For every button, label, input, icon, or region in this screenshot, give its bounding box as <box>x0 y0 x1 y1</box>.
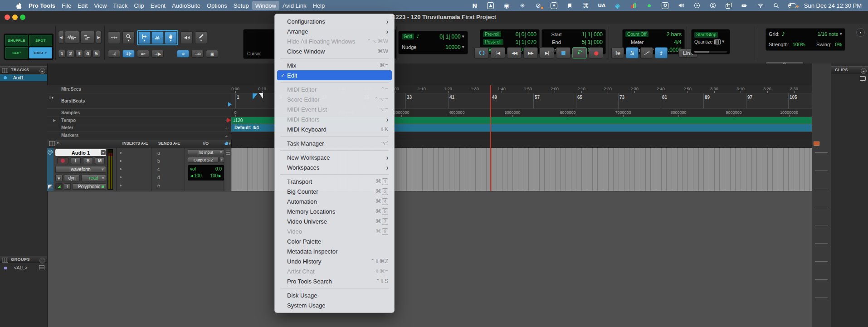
grid-value-chip[interactable]: Grid <box>402 34 414 39</box>
battery-icon[interactable] <box>741 2 749 9</box>
tempo-meter[interactable]: Meter4/4 <box>623 38 684 46</box>
pencil-tool[interactable]: ▼ <box>195 31 207 44</box>
edit-mode-grid[interactable]: GRID▼ <box>29 47 52 59</box>
person-circle-icon[interactable] <box>709 2 717 9</box>
swing-value[interactable]: 0% <box>835 42 842 47</box>
inserts-column-header[interactable]: INSERTS A-E <box>117 141 153 146</box>
spray-icon[interactable]: ✳ <box>518 2 527 9</box>
tab-to-transient-toggle[interactable]: →| <box>108 50 120 58</box>
ruler-meter-label[interactable]: Meter <box>61 125 73 130</box>
fan-icon[interactable]: ◉ <box>502 2 511 9</box>
menu-item-mix[interactable]: Mix⌘= <box>277 60 392 70</box>
green-dot-icon[interactable]: ● <box>645 2 653 9</box>
tempo-ramp-button[interactable] <box>640 47 653 59</box>
menubar-item-file[interactable]: File <box>59 0 74 11</box>
menubar-clock[interactable]: Sun Dec 24 12:30 PM <box>804 2 862 9</box>
conductor-button[interactable] <box>655 47 668 59</box>
strength-value[interactable]: 100% <box>793 42 805 47</box>
add-marker-button[interactable]: + <box>225 133 228 139</box>
tempo-marker-triangle[interactable] <box>227 118 231 122</box>
vol-value[interactable]: 0.0 <box>215 166 222 171</box>
insert-slot[interactable] <box>120 176 122 178</box>
scroll-marker[interactable] <box>814 142 819 146</box>
edit-mode-spot[interactable]: SPOT <box>29 35 52 46</box>
menu-item-midi-keyboard[interactable]: MIDI Keyboard⇧K <box>277 124 392 134</box>
list-view-icon[interactable] <box>2 68 8 73</box>
link-timeline-tool[interactable] <box>108 31 120 44</box>
apple-icon[interactable] <box>12 0 25 11</box>
output-path-selector[interactable]: Output 1-2 <box>188 157 219 163</box>
nudge-value[interactable]: 10000 <box>445 44 460 50</box>
sync-blocked-icon[interactable]: ⊘ <box>534 2 542 9</box>
mute-button[interactable]: M <box>95 157 105 164</box>
loop-playback-button[interactable] <box>572 47 587 59</box>
collapse-icon[interactable]: – <box>39 258 45 264</box>
collapse-icon[interactable]: – <box>39 68 45 74</box>
elastic-plugin-icon[interactable]: ◢ <box>55 183 63 190</box>
list-view-icon[interactable] <box>2 258 8 263</box>
ni-icon[interactable]: N <box>471 2 479 9</box>
menubar-item-setup[interactable]: Setup <box>230 0 252 11</box>
collapse-icon[interactable]: – <box>861 68 867 74</box>
input-monitor-button[interactable]: I <box>71 157 81 164</box>
menu-item-memory-locations[interactable]: Memory Locations⌘5 <box>277 206 392 216</box>
volume-icon[interactable] <box>677 2 685 9</box>
menubar-item-avid-link[interactable]: Avid Link <box>279 0 310 11</box>
selection-start[interactable]: Start1| 1| 000 <box>542 30 605 38</box>
insert-slot[interactable] <box>120 185 122 186</box>
field-chip[interactable]: Post-roll <box>483 39 503 45</box>
command-icon[interactable]: ⌘ <box>582 2 590 9</box>
toolbar-collapse-button[interactable]: ▼ <box>856 28 865 37</box>
field-value[interactable]: 4/4 <box>674 39 682 45</box>
send-slot-d[interactable]: d <box>157 175 160 180</box>
track-color-strip[interactable]: ◠ <box>47 148 54 191</box>
selection-end[interactable]: End5| 1| 000 <box>542 38 605 46</box>
pause-click-button[interactable]: ‖◉ <box>611 47 624 59</box>
minimize-window-control[interactable] <box>12 15 18 20</box>
menubar-item-track[interactable]: Track <box>110 0 131 11</box>
menu-item-big-counter[interactable]: Big Counter⌘3 <box>277 186 392 196</box>
menu-item-pro-tools-search[interactable]: Pro Tools Search⌃⇧S <box>277 276 392 286</box>
timebase-icon[interactable]: ⊥ <box>64 183 71 190</box>
field-value[interactable]: 2 bars <box>667 31 682 38</box>
chevron-down-icon[interactable]: ▼ <box>462 45 464 49</box>
drive-icon[interactable]: ▪ <box>550 2 558 9</box>
menu-item-disk-usage[interactable]: Disk Usage <box>277 290 392 300</box>
input-path-selector[interactable]: no input▼ <box>188 149 224 155</box>
chevron-down-icon[interactable]: ▼ <box>462 35 464 39</box>
roll-post-roll[interactable]: Post-roll1| 1| 070 <box>480 38 539 46</box>
ruler-samples-label[interactable]: Samples <box>61 110 80 115</box>
ruler-tempo-label[interactable]: Tempo <box>61 118 76 123</box>
outlook-icon[interactable]: O <box>661 2 669 9</box>
track-name-plate[interactable]: Audio 1 <box>55 149 106 156</box>
meter-marker-value[interactable]: Default: 4/4 <box>234 125 259 130</box>
ua-icon[interactable]: UA <box>598 2 606 9</box>
menu-item-undo-history[interactable]: Undo History⌃⇧⌘Z <box>277 256 392 266</box>
fast-forward-button[interactable]: ▶▶ <box>523 47 538 59</box>
ruler-bars-label[interactable]: Bars|Beats <box>61 98 85 103</box>
bookmark-icon[interactable] <box>566 2 574 9</box>
roll-pre-roll[interactable]: Pre-roll0| 0| 000 <box>480 30 539 38</box>
clip-patch-icon[interactable] <box>860 76 866 81</box>
insert-slot[interactable] <box>120 160 122 162</box>
scrubber-tool[interactable] <box>180 31 193 44</box>
track-view-selector[interactable]: waveform▼ <box>55 166 106 173</box>
menu-item-workspaces[interactable]: Workspaces› <box>277 162 392 172</box>
menubar-item-help[interactable]: Help <box>309 0 328 11</box>
wifi-icon[interactable] <box>756 2 765 9</box>
automation-mode-selector[interactable]: read▼ <box>81 175 106 181</box>
grid-resolution-value[interactable]: 1/16 note <box>818 31 839 37</box>
layered-editing-toggle[interactable]: →⊕ <box>191 50 204 58</box>
expand-arrow-icon[interactable]: ▶ <box>53 118 56 122</box>
menubar-item-edit[interactable]: Edit <box>74 0 91 11</box>
online-icon[interactable]: ◕▼ <box>224 141 231 146</box>
menubar-item-view[interactable]: View <box>91 0 110 11</box>
field-value[interactable]: 1| 1| 070 <box>516 39 536 45</box>
edit-selection-flag-white[interactable] <box>259 93 263 99</box>
smart-tool-frame[interactable]: ▼▼ <box>137 30 178 45</box>
menubar-item-options[interactable]: Options <box>204 0 230 11</box>
grabber-tool[interactable]: ▼ <box>165 31 177 44</box>
mirrored-editing-toggle[interactable]: ↕|• <box>122 50 135 58</box>
ruler-minsecs-label[interactable]: Min:Secs <box>61 87 81 92</box>
zoomer-tool[interactable]: ▼ <box>122 31 135 44</box>
